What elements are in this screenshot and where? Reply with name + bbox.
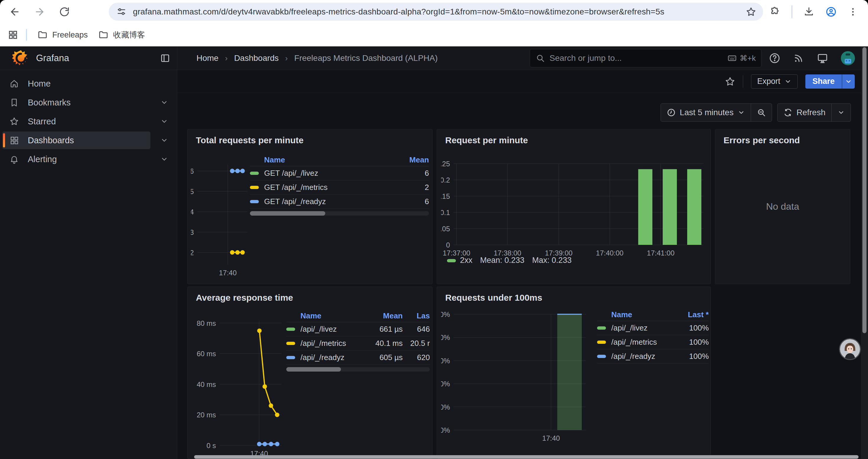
time-range-picker[interactable]: Last 5 minutes bbox=[661, 104, 751, 121]
svg-text:80 ms: 80 ms bbox=[197, 319, 216, 327]
series-swatch bbox=[597, 355, 606, 358]
sidebar-toggle-icon[interactable] bbox=[160, 53, 170, 64]
legend-row[interactable]: /api/_/readyz 100% bbox=[597, 350, 709, 364]
legend-row[interactable]: GET /api/_/livez 6 bbox=[250, 166, 429, 181]
svg-text:17:41:00: 17:41:00 bbox=[647, 249, 675, 257]
legend-row[interactable]: GET /api/_/readyz 6 bbox=[250, 195, 429, 209]
legend-col-name[interactable]: Name bbox=[597, 310, 676, 319]
downloads-icon[interactable] bbox=[804, 6, 814, 17]
bookmark-star-icon[interactable] bbox=[746, 7, 756, 17]
bar-chart[interactable]: 00.050.10.150.20.2517:37:0017:38:0017:39… bbox=[441, 147, 707, 266]
legend-col-mean[interactable]: Mean bbox=[391, 155, 429, 165]
bookmark-icon bbox=[9, 98, 19, 107]
user-avatar[interactable] bbox=[841, 51, 855, 65]
sidebar-item-label: Bookmarks bbox=[28, 98, 71, 107]
legend-header: Name Mean Las bbox=[286, 310, 430, 322]
series-swatch bbox=[250, 200, 259, 203]
sidebar-item-alerting[interactable]: Alerting bbox=[2, 150, 175, 169]
legend-row[interactable]: GET /api/_/metrics 2 bbox=[250, 181, 429, 195]
line-chart[interactable]: 80 ms60 ms40 ms20 ms0 s17:40 bbox=[191, 318, 285, 455]
time-picker-group: Last 5 minutes bbox=[660, 103, 772, 122]
horizontal-scrollbar-thumb[interactable] bbox=[194, 455, 859, 459]
profile-icon[interactable] bbox=[826, 6, 837, 18]
dashboard-toolbar: Export Share bbox=[177, 70, 868, 93]
toolbar-right bbox=[770, 0, 868, 23]
extensions-icon[interactable] bbox=[770, 6, 780, 17]
sidebar-item-bookmarks[interactable]: Bookmarks bbox=[2, 93, 175, 112]
page-scrollbar-thumb[interactable] bbox=[862, 47, 867, 333]
legend-col-last[interactable]: Las bbox=[403, 311, 430, 321]
legend-row[interactable]: /api/_/metrics 40.1 ms 20.5 r bbox=[286, 336, 430, 351]
legend-row[interactable]: /api/_/readyz 605 µs 620 bbox=[286, 351, 430, 365]
legend-col-name[interactable]: Name bbox=[250, 155, 391, 165]
refresh-button[interactable]: Refresh bbox=[778, 104, 831, 121]
assistant-avatar[interactable] bbox=[840, 339, 860, 359]
chevron-down-icon[interactable] bbox=[160, 99, 168, 106]
bar-legend[interactable]: 2xx Mean: 0.233 Max: 0.233 bbox=[447, 256, 572, 265]
panel-title[interactable]: Average response time bbox=[196, 293, 293, 303]
header-icons bbox=[769, 46, 855, 70]
svg-text:60 ms: 60 ms bbox=[197, 350, 216, 358]
legend-row[interactable]: /api/_/livez 100% bbox=[597, 321, 709, 335]
legend-scrollbar[interactable] bbox=[286, 367, 430, 371]
svg-text:80%: 80% bbox=[441, 333, 450, 341]
panel-title[interactable]: Total requests per minute bbox=[196, 135, 304, 145]
legend-row[interactable]: /api/_/metrics 100% bbox=[597, 335, 709, 350]
line-chart[interactable]: 6543217:40 bbox=[191, 161, 251, 280]
zoom-out-button[interactable] bbox=[751, 104, 772, 121]
news-rss-icon[interactable] bbox=[793, 53, 804, 64]
legend-col-mean[interactable]: Mean bbox=[361, 311, 403, 321]
series-swatch bbox=[286, 328, 295, 331]
toolbar-divider bbox=[743, 75, 743, 88]
tv-kiosk-icon[interactable] bbox=[816, 52, 829, 64]
share-button[interactable]: Share bbox=[805, 74, 842, 89]
legend-col-last[interactable]: Last * bbox=[676, 310, 709, 319]
grafana-header-left: Grafana bbox=[0, 46, 177, 70]
svg-text:17:40: 17:40 bbox=[542, 434, 560, 442]
reload-icon[interactable] bbox=[58, 5, 71, 18]
bookmark-folder-blogs[interactable]: 收藏博客 bbox=[98, 30, 145, 40]
svg-text:5: 5 bbox=[191, 188, 194, 196]
chevron-down-icon[interactable] bbox=[160, 155, 168, 163]
series-swatch bbox=[250, 172, 259, 175]
browser-chrome: grafana.mathmast.com/d/deytv4rwavabkb/fr… bbox=[0, 0, 868, 46]
breadcrumb-home[interactable]: Home bbox=[196, 54, 219, 63]
url-text[interactable]: grafana.mathmast.com/d/deytv4rwavabkb/fr… bbox=[133, 7, 746, 17]
site-settings-icon[interactable] bbox=[116, 7, 126, 17]
legend-scrollbar[interactable] bbox=[250, 211, 429, 216]
forward-icon[interactable] bbox=[33, 5, 46, 18]
sidebar-item-starred[interactable]: Starred bbox=[2, 112, 175, 131]
legend-table: Name Mean Las /api/_/livez 661 µs 646 /a… bbox=[286, 310, 430, 371]
help-icon[interactable] bbox=[769, 52, 780, 64]
chevron-down-icon[interactable] bbox=[160, 136, 168, 144]
search-placeholder: Search or jump to... bbox=[550, 54, 727, 63]
search-input[interactable]: Search or jump to... ⌘+k bbox=[530, 49, 761, 67]
refresh-icon bbox=[783, 108, 793, 117]
apps-grid-icon[interactable] bbox=[8, 30, 18, 40]
panel-title[interactable]: Requests under 100ms bbox=[445, 293, 542, 303]
chevron-down-icon[interactable] bbox=[160, 118, 168, 125]
area-chart[interactable]: 0%20%40%60%80%100%17:40 bbox=[441, 306, 595, 454]
panel-average-response-time: Average response time 80 ms60 ms40 ms20 … bbox=[187, 287, 433, 459]
legend-col-name[interactable]: Name bbox=[286, 311, 361, 321]
legend-row[interactable]: /api/_/livez 661 µs 646 bbox=[286, 322, 430, 336]
keyboard-icon bbox=[727, 54, 737, 63]
share-caret-button[interactable] bbox=[842, 74, 855, 89]
sidebar-item-dashboards[interactable]: Dashboards bbox=[2, 131, 175, 150]
breadcrumb-dashboards[interactable]: Dashboards bbox=[234, 54, 279, 63]
grafana-logo-icon[interactable] bbox=[12, 50, 30, 67]
browser-toolbar: grafana.mathmast.com/d/deytv4rwavabkb/fr… bbox=[0, 0, 868, 23]
export-button[interactable]: Export bbox=[751, 74, 798, 89]
sidebar: Home Bookmarks Starred bbox=[0, 70, 177, 459]
svg-text:0.25: 0.25 bbox=[441, 160, 450, 168]
url-bar[interactable]: grafana.mathmast.com/d/deytv4rwavabkb/fr… bbox=[109, 3, 763, 21]
refresh-interval-caret[interactable] bbox=[831, 104, 850, 121]
bookmark-folder-freeleaps[interactable]: Freeleaps bbox=[37, 30, 88, 40]
bookmarks-divider bbox=[26, 29, 27, 41]
back-icon[interactable] bbox=[8, 5, 21, 18]
svg-text:0.2: 0.2 bbox=[441, 176, 450, 184]
favorite-star-icon[interactable] bbox=[725, 76, 735, 87]
menu-kebab-icon[interactable] bbox=[848, 7, 858, 17]
sidebar-item-home[interactable]: Home bbox=[2, 74, 175, 93]
panel-title[interactable]: Request per minute bbox=[445, 135, 528, 145]
